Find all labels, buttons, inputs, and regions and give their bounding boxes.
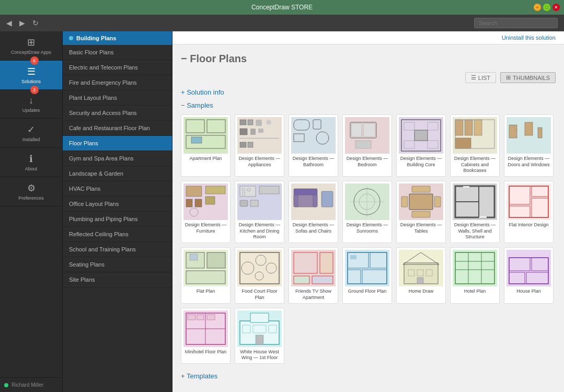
sidebar-item-installed[interactable]: ✓ Installed (0, 119, 62, 148)
solution-item[interactable]: Floor Plans (63, 136, 172, 151)
thumb-item-apartment[interactable]: Apartment Plan (181, 114, 231, 177)
solution-item[interactable]: Cafe and Restaurant Floor Plan (63, 121, 172, 136)
sidebar-item-apps[interactable]: ⊞ ConceptDraw Apps (0, 31, 62, 61)
thumb-image-bathroom (291, 117, 336, 154)
svg-rect-35 (465, 120, 473, 135)
samples-header[interactable]: − Samples (181, 101, 556, 109)
thumb-item-food-court[interactable]: Food Court Floor Plan (235, 247, 284, 303)
uninstall-link[interactable]: Uninstall this solution (502, 34, 556, 41)
thumb-item-flat-plan[interactable]: Flat Plan (181, 247, 231, 303)
main-body: − Floor Plans ☰ LIST ⊞ THUMBNAILS + Solu… (172, 44, 564, 392)
svg-rect-7 (248, 120, 253, 125)
svg-rect-73 (412, 186, 430, 192)
solution-item[interactable]: Gym and Spa Area Plans (63, 151, 172, 166)
thumb-label-food-court: Food Court Floor Plan (237, 289, 282, 301)
thumb-label-bathroom: Design Elements — Bathroom (291, 156, 336, 168)
svg-rect-25 (355, 141, 371, 148)
thumb-label-flat-plan: Flat Plan (183, 289, 228, 300)
thumb-item-home-draw[interactable]: Home Draw (396, 247, 446, 303)
thumb-item-walls[interactable]: Design Elements — Walls, Shell and Struc… (450, 181, 500, 243)
sidebar-label-about: About (25, 166, 38, 171)
minimize-button[interactable]: − (534, 4, 541, 11)
thumb-item-appliances[interactable]: Design Elements — Appliances (235, 114, 284, 177)
thumb-item-furniture[interactable]: Design Elements — Furniture (181, 181, 231, 243)
thumb-item-whitehouse[interactable]: White House West Wing — 1st Floor (235, 308, 284, 364)
sidebar-item-solutions[interactable]: ☰ 6 Solutions (0, 61, 62, 90)
svg-rect-55 (259, 186, 279, 194)
solution-item[interactable]: Reflected Ceiling Plans (63, 227, 172, 242)
sidebar-item-updates[interactable]: ↓ 3 Updates (0, 90, 62, 119)
thumb-item-house-plan[interactable]: House Plan (504, 247, 554, 303)
sidebar-label-updates: Updates (22, 108, 40, 113)
sidebar-label-installed: Installed (22, 137, 40, 142)
thumb-item-ground[interactable]: Ground Floor Plan (342, 247, 392, 303)
sidebar-item-about[interactable]: ℹ About (0, 148, 62, 177)
thumb-item-doors[interactable]: Design Elements — Doors and Windows (504, 114, 554, 177)
back-button[interactable]: ◀ (4, 18, 14, 28)
thumb-label-tables: Design Elements — Tables (399, 222, 443, 234)
thumb-item-building-core[interactable]: Design Elements — Building Core (396, 114, 446, 177)
sidebar-wrapper-apps: ⊞ (27, 37, 35, 50)
thumb-label-hotel-plan: Hotel Plan (453, 289, 497, 300)
app-title: ConceptDraw STORE (251, 4, 313, 11)
solution-item[interactable]: Office Layout Plans (63, 197, 172, 212)
svg-rect-74 (412, 211, 430, 217)
thumb-image-tables (399, 183, 443, 220)
sidebar-wrapper-updates: ↓ 3 (29, 95, 33, 108)
close-button[interactable]: ✕ (553, 4, 560, 11)
solution-item[interactable]: Fire and Emergency Plans (63, 75, 172, 90)
svg-rect-15 (248, 142, 253, 147)
thumb-item-bedroom[interactable]: Design Elements — Bedroom (342, 114, 392, 177)
thumb-image-friends (291, 250, 336, 286)
svg-rect-27 (415, 130, 428, 141)
solution-item[interactable]: Seating Plans (63, 257, 172, 272)
solution-item[interactable]: Landscape & Garden (63, 166, 172, 181)
list-view-button[interactable]: ☰ LIST (465, 72, 496, 83)
svg-rect-116 (417, 278, 423, 284)
refresh-button[interactable]: ↻ (30, 18, 41, 28)
thumb-item-sunrooms[interactable]: Design Elements — Sunrooms (342, 181, 392, 243)
sidebar-item-preferences[interactable]: ⚙ Preferences (0, 177, 62, 206)
svg-rect-77 (463, 186, 469, 188)
solution-item[interactable]: Security and Access Plans (63, 106, 172, 121)
thumb-label-friends: Friends TV Show Apartment (291, 289, 336, 301)
thumb-label-appliances: Design Elements — Appliances (237, 156, 282, 168)
svg-rect-63 (321, 191, 333, 207)
thumb-label-sunrooms: Design Elements — Sunrooms (345, 222, 389, 234)
thumb-image-apartment (183, 117, 228, 154)
thumb-label-apartment: Apartment Plan (183, 156, 228, 167)
thumbnails-view-button[interactable]: ⊞ THUMBNAILS (500, 72, 556, 83)
thumb-item-bathroom[interactable]: Design Elements — Bathroom (289, 114, 338, 177)
thumb-item-friends[interactable]: Friends TV Show Apartment (289, 247, 338, 303)
svg-rect-61 (313, 194, 317, 207)
forward-button[interactable]: ▶ (17, 18, 27, 28)
templates-header[interactable]: + Templates (181, 372, 556, 380)
solution-item[interactable]: HVAC Plans (63, 181, 172, 197)
thumb-item-hotel-plan[interactable]: Hotel Plan (450, 247, 500, 303)
solution-info-header[interactable]: + Solution info (181, 88, 556, 96)
solution-item[interactable]: Site Plans (63, 272, 172, 287)
search-input[interactable] (474, 18, 558, 28)
solution-item[interactable]: Electric and Telecom Plans (63, 60, 172, 75)
solution-item[interactable]: Basic Floor Plans (63, 45, 172, 60)
thumb-item-cabinets[interactable]: Design Elements — Cabinets and Bookcases (450, 114, 500, 177)
svg-rect-89 (207, 252, 225, 268)
svg-rect-91 (190, 254, 198, 260)
svg-rect-100 (320, 252, 333, 273)
thumb-item-flat-interior[interactable]: Flat Interior Design (504, 181, 554, 243)
solution-item[interactable]: Plant Layout Plans (63, 90, 172, 106)
thumb-item-kitchen[interactable]: Design Elements — Kitchen and Dining Roo… (235, 181, 284, 243)
main-content: Uninstall this solution − Floor Plans ☰ … (172, 31, 564, 392)
thumb-label-kitchen: Design Elements — Kitchen and Dining Roo… (237, 222, 282, 240)
svg-rect-4 (191, 137, 202, 143)
thumb-item-minihotel[interactable]: Minihotel Floor Plan (181, 308, 231, 364)
thumb-item-sofas[interactable]: Design Elements — Sofas and Chairs (289, 181, 338, 243)
svg-rect-138 (250, 313, 269, 322)
svg-rect-81 (507, 183, 551, 220)
thumb-item-tables[interactable]: Design Elements — Tables (396, 181, 446, 243)
sidebar-wrapper-preferences: ⚙ (27, 182, 36, 195)
solution-item[interactable]: School and Training Plans (63, 242, 172, 257)
maximize-button[interactable]: □ (543, 4, 550, 11)
solution-item[interactable]: Plumbing and Piping Plans (63, 212, 172, 227)
svg-rect-47 (205, 186, 225, 194)
